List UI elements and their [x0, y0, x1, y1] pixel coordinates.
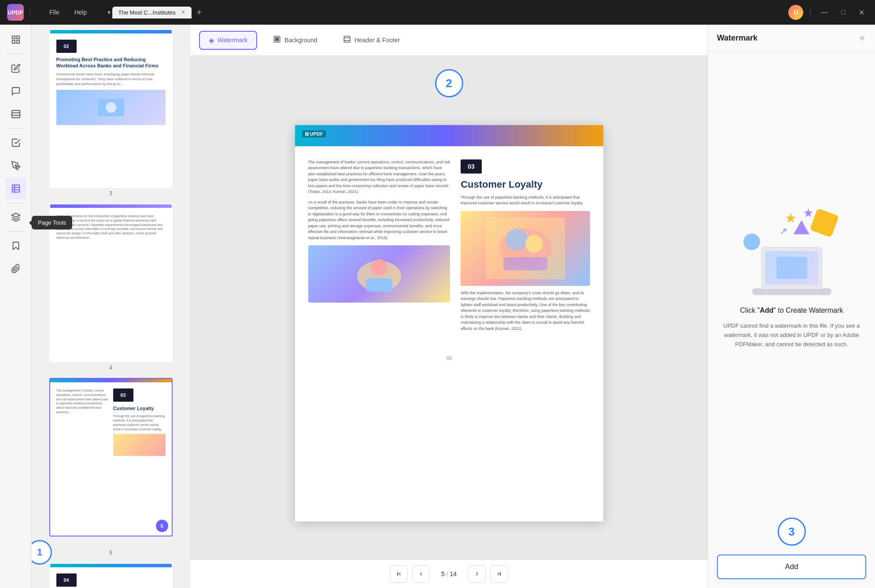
- logo-icon: UPDF: [7, 4, 24, 21]
- svg-point-11: [106, 102, 116, 113]
- laptop-screen: [765, 251, 818, 285]
- pdf-image-2: [461, 211, 590, 286]
- page-indicator: 5 / 14: [434, 570, 464, 577]
- thumb-body-text: Commercial banks have been employing pap…: [56, 72, 166, 87]
- svg-rect-4: [11, 111, 19, 118]
- menu-help[interactable]: Help: [68, 6, 93, 18]
- watermark-cta-text: Click "Add" to Create Watermark: [740, 306, 843, 315]
- title-bar: UPDF | File Help ▾ The Most C...Institut…: [0, 0, 875, 25]
- header-footer-tool-button[interactable]: Header & Footer: [333, 30, 410, 50]
- thumb-body-text-right: Through the use of paperless banking met…: [113, 414, 166, 431]
- thumb-page-badge: 02: [56, 40, 77, 53]
- thumb-page-badge-5: 03: [113, 388, 133, 402]
- sidebar-item-layers[interactable]: [5, 207, 26, 228]
- thumb-title-5: Customer Loyalty: [113, 405, 166, 411]
- menu-file[interactable]: File: [43, 6, 66, 18]
- pdf-page: ⊞ UPDF The management of banks' current …: [295, 125, 603, 521]
- avatar[interactable]: U: [788, 5, 803, 20]
- shape-circle: [743, 233, 760, 250]
- main-area: Page Tools 02 Promoting Best Practice an…: [0, 25, 875, 588]
- add-watermark-button[interactable]: Add: [717, 555, 866, 579]
- active-tab[interactable]: The Most C...Institutes ✕: [112, 7, 192, 18]
- step-badge-3: 3: [778, 518, 806, 546]
- thumbnail-page-3[interactable]: 02 Promoting Best Practice and Reducing …: [49, 29, 173, 188]
- laptop-base: [752, 288, 831, 295]
- svg-rect-17: [344, 36, 350, 42]
- thumb-body-text: Some requirements for the introduction o…: [56, 214, 166, 240]
- sidebar-item-comment[interactable]: [5, 81, 26, 102]
- right-panel: Watermark ★ ★ ↗: [708, 25, 875, 588]
- thumb-card-content: 04 Better Customer Services and Communic…: [50, 567, 172, 588]
- thumb-title: Promoting Best Practice and Reducing Wor…: [56, 56, 166, 69]
- svg-rect-22: [366, 278, 392, 292]
- favorite-icon[interactable]: ★: [858, 33, 866, 43]
- watermark-description: UPDF cannot find a watermark in this fil…: [719, 322, 864, 349]
- step-badge-2: 2: [435, 69, 463, 97]
- thumb-card-content: The management of banks' current operati…: [50, 382, 172, 462]
- sidebar-item-pages[interactable]: [5, 104, 26, 125]
- watermark-illustration: ★ ↗: [739, 207, 845, 295]
- pdf-page-content: The management of banks' current operati…: [295, 146, 603, 350]
- pdf-para-2-left: As a result of the pressure, banks have …: [308, 200, 450, 241]
- pdf-para-1-left: The management of banks' current operati…: [308, 159, 450, 195]
- thumb-card-content: 02 Promoting Best Practice and Reducing …: [50, 33, 172, 131]
- pdf-right-col: 03 Customer Loyalty Through the use of p…: [461, 159, 590, 337]
- header-footer-icon: [343, 35, 351, 45]
- last-page-button[interactable]: [490, 565, 508, 583]
- sidebar-item-bookmark[interactable]: [5, 235, 26, 256]
- new-tab-button[interactable]: +: [193, 7, 206, 18]
- svg-rect-15: [275, 40, 277, 41]
- sidebar-sep-1: [7, 54, 25, 54]
- pdf-logo: ⊞ UPDF: [302, 129, 326, 137]
- current-page: 5: [441, 570, 445, 577]
- sidebar-item-attachment[interactable]: [5, 258, 26, 279]
- svg-rect-2: [12, 41, 15, 43]
- tooltip-page-tools: Page Tools: [32, 216, 72, 229]
- svg-point-7: [15, 165, 17, 166]
- thumb-page-number-4: 4: [109, 365, 112, 371]
- first-page-button[interactable]: [390, 565, 408, 583]
- content-area: ◈ Watermark Background Header & Footer 2: [190, 25, 708, 588]
- thumb-card-header: [50, 564, 172, 567]
- watermark-tool-button[interactable]: ◈ Watermark: [199, 31, 257, 50]
- svg-rect-13: [275, 37, 277, 39]
- sidebar-sep-4: [7, 231, 25, 232]
- title-bar-right: U | — □ ✕: [788, 5, 868, 20]
- sidebar-item-page-tools[interactable]: [5, 178, 26, 199]
- thumb-selected-badge: 5: [156, 520, 168, 532]
- thumb-item-5: The management of banks' current operati…: [36, 378, 185, 556]
- sidebar-sep-3: [7, 203, 25, 203]
- right-panel-body: ★ ↗ Click "Add" to Create Watermark UPDF…: [708, 52, 875, 513]
- sidebar-item-form[interactable]: [5, 132, 26, 153]
- next-page-button[interactable]: [468, 565, 486, 583]
- thumbnail-page-5[interactable]: The management of banks' current operati…: [49, 378, 173, 536]
- win-sep: |: [809, 8, 811, 16]
- pdf-heading: Customer Loyalty: [461, 179, 590, 190]
- sidebar-item-thumbnails[interactable]: [5, 29, 26, 50]
- svg-rect-16: [277, 40, 279, 41]
- svg-rect-3: [16, 41, 19, 43]
- right-panel-title: Watermark: [717, 33, 757, 43]
- watermark-label: Watermark: [218, 37, 247, 44]
- tab-close-icon[interactable]: ✕: [181, 9, 185, 15]
- thumb-item-6: 04 Better Customer Services and Communic…: [36, 563, 185, 588]
- background-tool-button[interactable]: Background: [263, 30, 327, 50]
- thumb-item-3: 02 Promoting Best Practice and Reducing …: [36, 29, 185, 196]
- total-pages: 14: [450, 570, 457, 577]
- maximize-button[interactable]: □: [838, 7, 849, 18]
- prev-page-button[interactable]: [412, 565, 430, 583]
- sidebar-item-sign[interactable]: [5, 155, 26, 176]
- tab-dropdown-icon[interactable]: ▾: [107, 9, 111, 16]
- background-label: Background: [284, 37, 318, 44]
- thumbnail-page-6[interactable]: 04 Better Customer Services and Communic…: [49, 563, 173, 588]
- sidebar-item-edit[interactable]: [5, 58, 26, 79]
- shape-star: ★: [803, 207, 814, 219]
- shape-triangle: [794, 220, 809, 234]
- svg-rect-14: [277, 37, 279, 39]
- svg-point-25: [506, 229, 528, 251]
- thumbnail-panel: 02 Promoting Best Practice and Reducing …: [32, 25, 190, 588]
- pdf-page-footer: 03: [295, 349, 603, 367]
- close-button[interactable]: ✕: [855, 7, 868, 18]
- thumb-card-header: [50, 30, 172, 33]
- minimize-button[interactable]: —: [817, 7, 831, 18]
